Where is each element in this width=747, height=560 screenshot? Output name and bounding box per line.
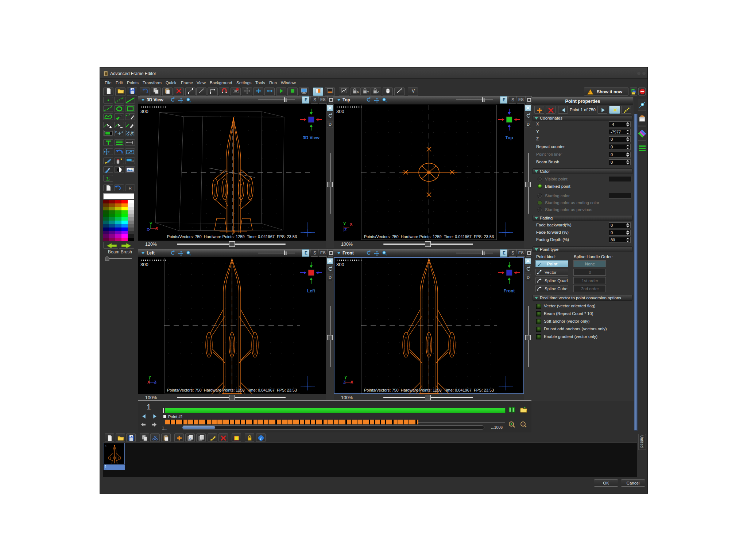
svg-text:R: R bbox=[129, 186, 132, 190]
svg-text:Z: Z bbox=[377, 90, 379, 94]
svg-text:Y: Y bbox=[367, 90, 369, 94]
svg-text:1: 1 bbox=[105, 444, 107, 448]
svg-text:Σ: Σ bbox=[106, 176, 110, 182]
svg-text:V: V bbox=[412, 89, 415, 94]
svg-text:3: 3 bbox=[121, 131, 123, 133]
svg-text:*: * bbox=[589, 91, 591, 94]
svg-text:CUT: CUT bbox=[127, 132, 133, 135]
svg-text:X: X bbox=[357, 90, 359, 94]
svg-text:F: F bbox=[115, 131, 117, 134]
